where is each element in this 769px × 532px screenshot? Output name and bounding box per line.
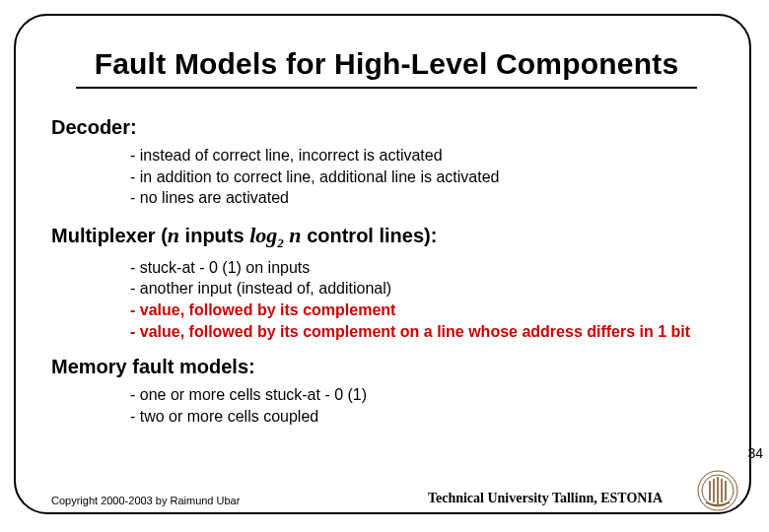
list-item: - value, followed by its complement xyxy=(130,299,722,321)
list-item: - in addition to correct line, additiona… xyxy=(130,166,722,188)
list-item: - value, followed by its complement on a… xyxy=(130,321,722,343)
list-item: - stuck-at - 0 (1) on inputs xyxy=(130,257,722,279)
slide-content: Fault Models for High-Level Components D… xyxy=(51,47,722,434)
memory-bullets: - one or more cells stuck-at - 0 (1) - t… xyxy=(130,384,722,427)
mux-n2: n xyxy=(289,223,301,247)
list-item: - instead of correct line, incorrect is … xyxy=(130,145,722,166)
mux-mid1: inputs xyxy=(179,225,249,246)
memory-heading: Memory fault models: xyxy=(51,356,722,378)
footer-copyright: Copyright 2000-2003 by Raimund Ubar xyxy=(51,495,240,506)
list-item: - one or more cells stuck-at - 0 (1) xyxy=(130,384,722,406)
slide-title: Fault Models for High-Level Components xyxy=(51,47,722,81)
footer-affiliation: Technical University Tallinn, ESTONIA xyxy=(428,491,663,506)
list-item: - another input (instead of, additional) xyxy=(130,278,722,299)
university-logo-icon xyxy=(696,469,739,512)
list-item: - two or more cells coupled xyxy=(130,406,722,428)
mux-sub: 2 xyxy=(277,235,284,250)
decoder-bullets: - instead of correct line, incorrect is … xyxy=(130,145,722,209)
mux-prefix: Multiplexer ( xyxy=(51,225,168,246)
multiplexer-bullets: - stuck-at - 0 (1) on inputs - another i… xyxy=(130,257,722,342)
decoder-heading: Decoder: xyxy=(51,116,722,139)
multiplexer-heading: Multiplexer (n inputs log2 n control lin… xyxy=(51,223,722,251)
mux-n: n xyxy=(168,223,179,247)
page-number: 34 xyxy=(747,445,763,461)
mux-log: log xyxy=(249,223,277,247)
list-item: - no lines are activated xyxy=(130,187,722,209)
title-rule xyxy=(76,87,697,89)
mux-mid2: control lines): xyxy=(302,225,438,246)
